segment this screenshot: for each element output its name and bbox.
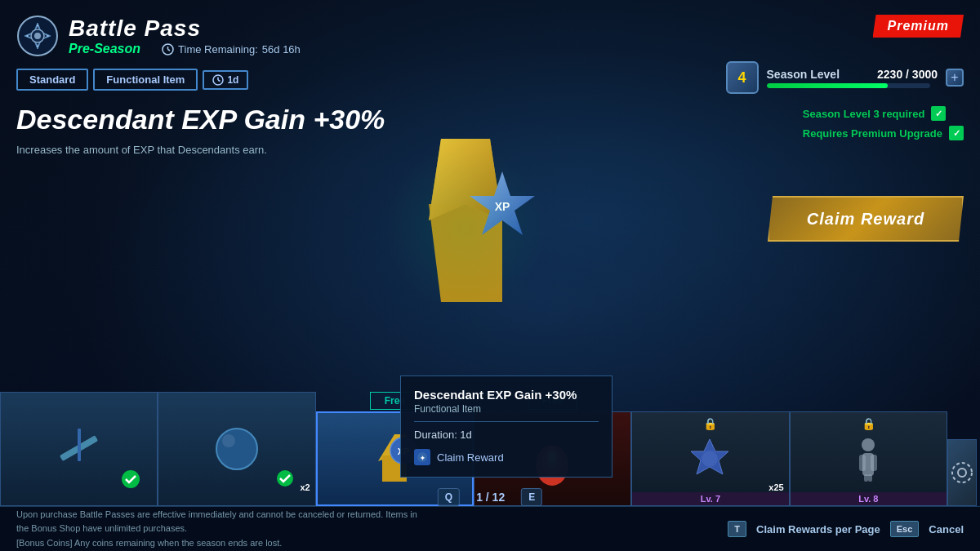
tooltip-claim-button[interactable]: ✦ Claim Reward — [414, 449, 599, 465]
tooltip-claim-label: Claim Reward — [437, 451, 504, 464]
season-requirements: Season Level 3 required ✓ Requires Premi… — [803, 106, 964, 145]
claim-reward-button[interactable]: Claim Reward — [768, 196, 964, 242]
glow-effect — [384, 147, 547, 310]
reward-checkmark-icon — [121, 469, 140, 489]
svg-point-17 — [216, 429, 257, 469]
svg-rect-15 — [78, 429, 81, 461]
svg-rect-34 — [864, 474, 868, 482]
orb-icon — [212, 424, 261, 473]
reward-slot-2[interactable]: x2 — [158, 392, 315, 506]
weapon-icon — [55, 424, 104, 473]
xp-visual-container: XP — [310, 98, 621, 359]
req-premium-check: ✓ — [949, 126, 964, 140]
duration-value: 1d — [227, 74, 238, 86]
svg-line-8 — [218, 80, 220, 82]
lv-badge-6: Lv. 8 — [791, 492, 947, 505]
req-level-check: ✓ — [931, 106, 946, 121]
prev-page-button[interactable]: Q — [438, 488, 460, 506]
battle-pass-logo-icon — [16, 15, 59, 57]
tab-functional-item[interactable]: Functional Item — [93, 69, 198, 91]
time-remaining: Time Remaining: 56d 16h — [162, 43, 301, 56]
season-level-info: Season Level 2230 / 3000 — [767, 68, 938, 88]
svg-text:✦: ✦ — [420, 455, 425, 462]
medallion-icon — [688, 437, 733, 482]
disclaimer-line3: [Bonus Coins] Any coins remaining when t… — [16, 536, 417, 551]
reward-card-1 — [0, 392, 158, 506]
tooltip-title: Descendant EXP Gain +30% — [414, 388, 599, 402]
cancel-key-badge[interactable]: Esc — [890, 521, 920, 537]
time-remaining-label: Time Remaining: — [178, 43, 258, 56]
bottom-disclaimer: Upon purchase Battle Passes are effectiv… — [16, 508, 417, 551]
svg-rect-35 — [868, 474, 872, 482]
item-description: Increases the amount of EXP that Descend… — [0, 136, 294, 165]
settings-wheel-icon — [951, 461, 973, 484]
season-level-label: Season Level — [767, 68, 840, 81]
reward-card-2: x2 — [158, 392, 315, 506]
svg-rect-32 — [859, 455, 866, 471]
svg-point-19 — [277, 470, 293, 487]
tooltip-type: Functional Item — [414, 403, 599, 415]
claim-rewards-per-page-label: Claim Rewards per Page — [756, 523, 880, 535]
pre-season-label: Pre-Season — [69, 42, 140, 56]
lock-icon-6: 🔒 — [862, 417, 875, 430]
req-level: Season Level 3 required ✓ — [803, 106, 964, 121]
tooltip-divider — [414, 421, 599, 422]
duration-clock-icon — [212, 74, 224, 86]
header: Battle Pass Pre-Season Time Remaining: 5… — [0, 0, 980, 65]
req-level-text: Season Level 3 required — [803, 108, 925, 120]
season-level-row: 4 Season Level 2230 / 3000 + — [726, 61, 964, 94]
svg-point-30 — [862, 438, 875, 451]
lock-icon-5: 🔒 — [703, 417, 717, 430]
reward-card-6: 🔒 Lv. 8 — [790, 411, 947, 506]
svg-point-36 — [958, 469, 966, 477]
reward-slot-6: - 🔒 Lv. 8 — [790, 392, 947, 506]
page-indicator: 1 / 12 — [476, 491, 505, 504]
time-remaining-value: 56d 16h — [262, 43, 301, 56]
medallion-count: x25 — [768, 482, 783, 492]
svg-line-5 — [168, 49, 171, 51]
reward-slot-5: - 🔒 x25 Lv. 7 — [631, 392, 789, 506]
next-page-button[interactable]: E — [521, 488, 542, 506]
figure-icon — [856, 437, 880, 482]
orb-count: x2 — [300, 482, 310, 492]
navigation-bar: Q 1 / 12 E — [438, 488, 542, 506]
orb-checkmark-icon — [276, 469, 294, 487]
medal-small-icon: ✦ — [416, 451, 428, 463]
disclaimer-line1: Upon purchase Battle Passes are effectiv… — [16, 508, 417, 522]
plus-button[interactable]: + — [946, 69, 964, 87]
season-level-badge: 4 — [726, 61, 759, 94]
settings-slot — [947, 439, 977, 506]
svg-point-18 — [222, 434, 235, 447]
title-block: Battle Pass Pre-Season Time Remaining: 5… — [69, 16, 301, 56]
claim-rewards-key-badge[interactable]: T — [728, 521, 746, 537]
disclaimer-line2: the Bonus Shop have unlimited purchases. — [16, 522, 417, 536]
clock-icon — [162, 43, 174, 56]
xp-bar-container — [767, 83, 930, 88]
reward-card-5: 🔒 x25 Lv. 7 — [631, 411, 789, 506]
battle-pass-title: Battle Pass — [69, 16, 301, 42]
bottom-bar: Upon purchase Battle Passes are effectiv… — [0, 506, 980, 551]
lv-badge-5: Lv. 7 — [632, 492, 788, 505]
tab-duration[interactable]: 1d — [203, 70, 248, 90]
tooltip-popup: Descendant EXP Gain +30% Functional Item… — [400, 375, 612, 478]
req-premium: Requires Premium Upgrade ✓ — [803, 126, 964, 140]
season-xp-display: 2230 / 3000 — [877, 68, 938, 81]
premium-badge: Premium — [873, 15, 964, 38]
req-premium-text: Requires Premium Upgrade — [803, 127, 942, 140]
svg-point-2 — [34, 33, 41, 39]
tab-standard[interactable]: Standard — [16, 69, 88, 91]
xp-bar-fill — [767, 83, 888, 88]
tooltip-claim-icon: ✦ — [414, 449, 430, 465]
right-edge-slot — [947, 392, 980, 506]
svg-point-29 — [702, 451, 718, 467]
reward-slot-1[interactable] — [0, 392, 158, 506]
svg-rect-33 — [871, 455, 877, 471]
bottom-actions: T Claim Rewards per Page Esc Cancel — [728, 521, 964, 537]
svg-point-37 — [952, 463, 972, 482]
svg-point-16 — [122, 470, 140, 488]
cancel-label: Cancel — [929, 523, 964, 535]
tooltip-duration: Duration: 1d — [414, 429, 599, 441]
